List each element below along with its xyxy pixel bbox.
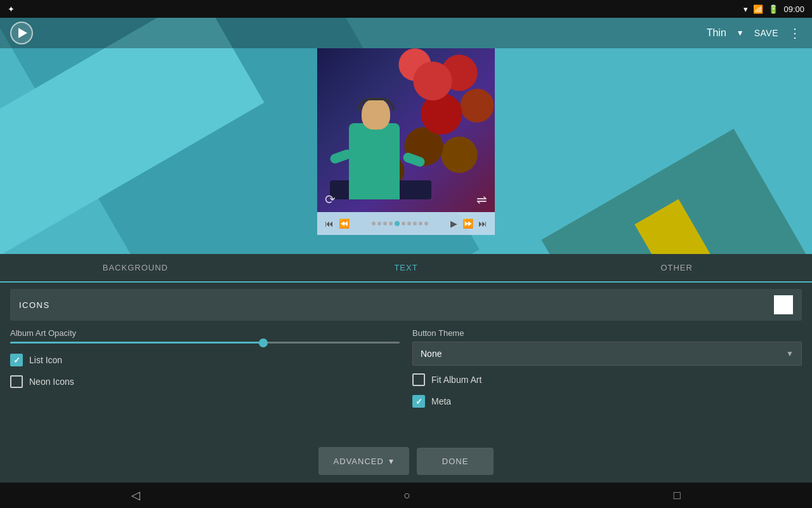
play-triangle-icon xyxy=(18,28,27,38)
album-art-opacity-slider[interactable] xyxy=(10,342,400,344)
status-bar: ✦ ▾ 📶 🔋 09:00 xyxy=(0,0,812,18)
album-art-opacity-label: Album Art Opacity xyxy=(10,328,400,338)
battery-icon: 🔋 xyxy=(768,4,778,14)
dot-8 xyxy=(413,222,417,225)
save-button[interactable]: SAVE xyxy=(754,28,778,38)
dot-9 xyxy=(419,222,422,225)
dot-2 xyxy=(377,222,381,225)
slider-fill xyxy=(10,342,263,344)
play-button[interactable] xyxy=(10,22,33,44)
tab-other[interactable]: OTHER xyxy=(541,254,812,281)
clock: 09:00 xyxy=(783,4,804,14)
play-pause-button[interactable]: ▶ xyxy=(448,216,460,231)
neon-icons-checkbox[interactable] xyxy=(10,375,23,388)
meta-row: Meta xyxy=(412,395,802,408)
next-button[interactable]: ⏩ xyxy=(460,216,476,231)
theme-dropdown-icon[interactable]: ▼ xyxy=(737,29,744,37)
player-area: ⟳ ⇌ ⏮ ⏪ ▶ ⏩ ⏭ xyxy=(317,48,495,235)
android-icon: ✦ xyxy=(8,4,15,14)
dj-arm-right xyxy=(402,151,426,168)
dot-7 xyxy=(407,222,411,225)
slider-thumb[interactable] xyxy=(259,338,268,347)
more-options-button[interactable]: ⋮ xyxy=(789,25,802,41)
prev-button[interactable]: ⏪ xyxy=(336,216,352,231)
dot-6 xyxy=(402,222,405,225)
col-right: Button Theme None ▼ Fit Album Art Meta xyxy=(412,328,802,417)
toolbar-left xyxy=(10,22,33,44)
tab-content: ICONS Album Art Opacity List Icon xyxy=(0,283,812,439)
dot-4 xyxy=(389,222,393,225)
fast-forward-button[interactable]: ⏭ xyxy=(476,216,490,231)
button-theme-dropdown[interactable]: None ▼ xyxy=(412,342,802,366)
done-button[interactable]: DONE xyxy=(417,448,494,475)
dot-3 xyxy=(383,222,387,225)
fit-album-art-checkbox[interactable] xyxy=(412,373,425,386)
nav-bar: ◁ ○ □ xyxy=(0,483,812,508)
bottom-panel: BACKGROUND TEXT OTHER ICONS Album Art Op… xyxy=(0,254,812,483)
meta-checkbox[interactable] xyxy=(412,395,425,408)
tab-text[interactable]: TEXT xyxy=(271,254,542,281)
button-theme-label: Button Theme xyxy=(412,328,802,338)
toolbar: Thin ▼ SAVE ⋮ xyxy=(0,18,812,48)
neon-icons-row: Neon Icons xyxy=(10,375,400,388)
rewind-button[interactable]: ⏮ xyxy=(322,216,336,231)
col-left: Album Art Opacity List Icon Neon Icons xyxy=(10,328,400,417)
crossfade-icon[interactable]: ⇌ xyxy=(476,192,487,207)
album-art-image xyxy=(317,48,495,212)
neon-icons-label: Neon Icons xyxy=(29,377,74,387)
status-bar-right: ▾ 📶 🔋 09:00 xyxy=(743,4,804,14)
album-art: ⟳ ⇌ xyxy=(317,48,495,212)
tabs: BACKGROUND TEXT OTHER xyxy=(0,254,812,283)
wifi-signal-icon: 📶 xyxy=(753,4,763,14)
wifi-icon: ▾ xyxy=(743,4,748,14)
shuffle-icon[interactable]: ⟳ xyxy=(325,192,336,207)
dj-figure xyxy=(330,85,431,199)
dropdown-arrow-icon: ▼ xyxy=(786,349,794,358)
controls-row: ⏮ ⏪ ▶ ⏩ ⏭ xyxy=(317,215,495,232)
advanced-chevron-icon: ▾ xyxy=(389,456,394,466)
recent-apps-button[interactable]: □ xyxy=(674,489,681,502)
tab-background[interactable]: BACKGROUND xyxy=(0,254,271,281)
dj-body xyxy=(349,123,400,199)
advanced-button[interactable]: ADVANCED ▾ xyxy=(318,447,409,475)
home-button[interactable]: ○ xyxy=(403,489,410,502)
meta-label: Meta xyxy=(431,396,451,406)
dot-5 xyxy=(395,221,400,226)
album-art-opacity-row: Album Art Opacity xyxy=(10,328,400,344)
player-controls: ⏮ ⏪ ▶ ⏩ ⏭ xyxy=(317,212,495,235)
list-icon-row: List Icon xyxy=(10,354,400,366)
dj-headphones xyxy=(358,98,395,110)
dot-10 xyxy=(424,222,428,225)
progress-dots xyxy=(352,221,448,226)
fit-album-art-label: Fit Album Art xyxy=(431,375,481,385)
status-bar-left: ✦ xyxy=(8,4,15,14)
icons-color-swatch[interactable] xyxy=(774,295,793,314)
icons-section-label: ICONS xyxy=(19,300,774,310)
fit-album-art-row: Fit Album Art xyxy=(412,373,802,386)
theme-title: Thin xyxy=(707,27,726,39)
list-icon-label: List Icon xyxy=(29,355,62,365)
dot-1 xyxy=(372,222,376,225)
button-theme-wrapper: Button Theme None ▼ xyxy=(412,328,802,366)
list-icon-checkbox[interactable] xyxy=(10,354,23,366)
back-button[interactable]: ◁ xyxy=(131,488,140,502)
bottom-buttons: ADVANCED ▾ DONE xyxy=(0,439,812,483)
toolbar-right: Thin ▼ SAVE ⋮ xyxy=(707,25,802,41)
icons-section-bar: ICONS xyxy=(10,289,802,321)
button-theme-value: None xyxy=(421,349,442,359)
settings-columns: Album Art Opacity List Icon Neon Icons xyxy=(10,328,802,417)
